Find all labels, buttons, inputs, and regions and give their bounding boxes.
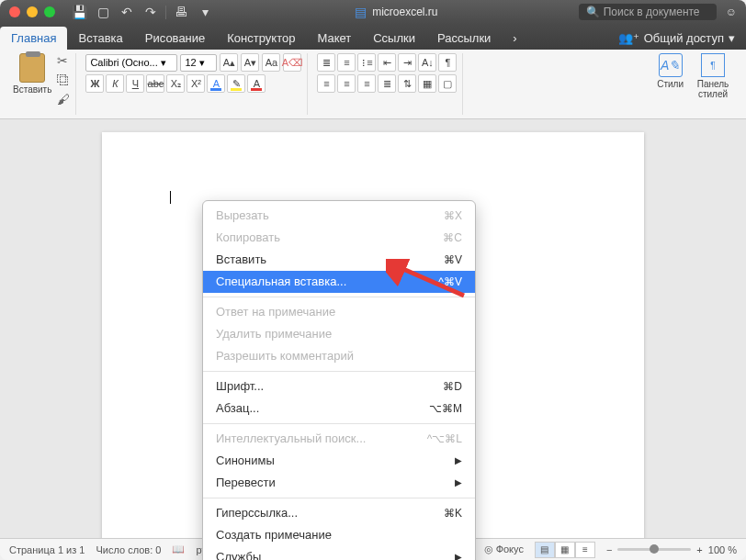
font-color-button[interactable]: A [247,74,266,93]
titlebar: 💾 ▢ ↶ ↷ 🖶 ▾ ▤ microexcel.ru 🔍 Поиск в до… [0,0,746,24]
print-icon[interactable]: 🖶 [172,3,190,21]
paste-icon [19,53,45,83]
context-item[interactable]: Абзац...⌥⌘M [203,398,475,420]
tab-mailings[interactable]: Рассылки [426,27,502,50]
context-item[interactable]: Синонимы▶ [203,450,475,472]
styles-button[interactable]: A✎ Стили [657,53,684,99]
user-avatar-icon[interactable]: ☺ [726,6,737,18]
context-item[interactable]: Службы▶ [203,546,475,560]
page-number[interactable]: Страница 1 из 1 [9,544,85,555]
highlight-button[interactable]: ✎ [227,74,245,93]
sort-button[interactable]: A↓ [418,53,436,72]
ribbon: Вставить ✂ ⿻ 🖌 Calibri (Осно...▾ 12▾ A▴ … [0,50,746,119]
close-window[interactable] [9,6,20,17]
outline-view[interactable]: ≡ [575,542,595,558]
context-item[interactable]: Вставить⌘V [203,249,475,271]
superscript-button[interactable]: X² [186,74,205,93]
zoom-control: − + 100 % [606,544,737,555]
clipboard-group: Вставить ✂ ⿻ 🖌 [7,53,76,115]
maximize-window[interactable] [44,6,55,17]
align-right-button[interactable]: ≡ [357,74,376,93]
context-item: Вырезать⌘X [203,205,475,227]
grow-font-button[interactable]: A▴ [220,53,238,72]
align-left-button[interactable]: ≡ [317,74,335,93]
change-case-button[interactable]: Aa [262,53,280,72]
tab-insert[interactable]: Вставка [67,27,133,50]
clear-format-button[interactable]: A⌫ [283,53,301,72]
context-item-shortcut: ^⌥⌘L [427,431,462,447]
zoom-out-button[interactable]: − [606,544,612,555]
context-item[interactable]: Гиперссылка...⌘K [203,502,475,524]
context-item[interactable]: Создать примечание [203,524,475,546]
justify-button[interactable]: ≣ [378,74,396,93]
zoom-value[interactable]: 100 % [708,544,737,555]
italic-button[interactable]: К [106,74,124,93]
decrease-indent-button[interactable]: ⇤ [378,53,396,72]
zoom-slider[interactable] [617,548,691,551]
redo-icon[interactable]: ↷ [141,3,160,21]
text-cursor [170,191,171,204]
tab-layout[interactable]: Макет [306,27,362,50]
document-title: ▤ microexcel.ru [214,5,579,19]
context-item: Интеллектуальный поиск...^⌥⌘L [203,428,475,450]
autosave-icon[interactable]: ▢ [94,3,112,21]
strike-button[interactable]: abc [146,74,164,93]
align-center-button[interactable]: ≡ [337,74,356,93]
bold-button[interactable]: Ж [85,74,104,93]
zoom-in-button[interactable]: + [696,544,702,555]
context-separator [203,423,475,424]
show-marks-button[interactable]: ¶ [438,53,457,72]
view-buttons: ▤ ▦ ≡ [535,542,595,558]
context-item[interactable]: Перевести▶ [203,472,475,494]
cut-icon[interactable]: ✂ [57,53,70,68]
paragraph-group: ≣ ≡ ⫶≡ ⇤ ⇥ A↓ ¶ ≡ ≡ ≡ ≣ ⇅ ▦ ▢ [311,53,463,115]
numbering-button[interactable]: ≡ [337,53,356,72]
subscript-button[interactable]: X₂ [166,74,185,93]
focus-mode[interactable]: ◎ Фокус [484,543,524,555]
chevron-down-icon[interactable]: ▾ [196,3,214,21]
underline-button[interactable]: Ч [126,74,144,93]
increase-indent-button[interactable]: ⇥ [398,53,416,72]
paste-label: Вставить [13,84,51,95]
context-item-shortcut: ⌘X [444,207,462,224]
undo-icon[interactable]: ↶ [118,3,136,21]
font-size-combo[interactable]: 12▾ [180,54,217,72]
tab-design[interactable]: Конструктор [216,27,306,50]
context-separator [203,498,475,498]
paste-button[interactable]: Вставить [13,53,51,95]
bullets-button[interactable]: ≣ [317,53,335,72]
tab-chevron[interactable]: › [502,27,527,50]
save-icon[interactable]: 💾 [70,3,88,21]
search-icon: 🔍 [586,6,600,18]
text-effects-button[interactable]: A [207,74,225,93]
format-painter-icon[interactable]: 🖌 [57,92,70,106]
search-placeholder: Поиск в документе [604,6,700,18]
font-group: Calibri (Осно...▾ 12▾ A▴ A▾ Aa A⌫ Ж К Ч … [80,53,308,115]
context-item-label: Специальная вставка... [216,274,346,290]
font-name-combo[interactable]: Calibri (Осно...▾ [85,54,177,72]
styles-panel-label: Панель стилей [693,79,733,99]
line-spacing-button[interactable]: ⇅ [398,74,416,93]
web-layout-view[interactable]: ▦ [555,542,575,558]
context-item[interactable]: Шрифт...⌘D [203,375,475,398]
word-count[interactable]: Число слов: 0 [96,544,161,555]
context-item-label: Вырезать [216,207,269,224]
share-button[interactable]: 👥⁺ Общий доступ ▾ [607,27,746,50]
shrink-font-button[interactable]: A▾ [241,53,259,72]
borders-button[interactable]: ▢ [438,74,457,93]
context-item[interactable]: Специальная вставка...^⌘V [203,271,475,293]
search-input[interactable]: 🔍 Поиск в документе [579,4,717,20]
copy-icon[interactable]: ⿻ [57,73,70,87]
minimize-window[interactable] [27,6,38,17]
spellcheck-icon[interactable]: 📖 [172,543,185,555]
chevron-down-icon: ▾ [161,57,166,69]
tab-home[interactable]: Главная [0,27,67,50]
tab-draw[interactable]: Рисование [134,27,216,50]
multilevel-button[interactable]: ⫶≡ [357,53,376,72]
context-menu: Вырезать⌘XКопировать⌘CВставить⌘VСпециаль… [202,200,476,560]
tab-references[interactable]: Ссылки [362,27,426,50]
shading-button[interactable]: ▦ [418,74,436,93]
context-item-shortcut: ⌘K [444,505,462,521]
styles-pane-button[interactable]: ¶ Панель стилей [693,53,733,99]
print-layout-view[interactable]: ▤ [535,542,555,558]
